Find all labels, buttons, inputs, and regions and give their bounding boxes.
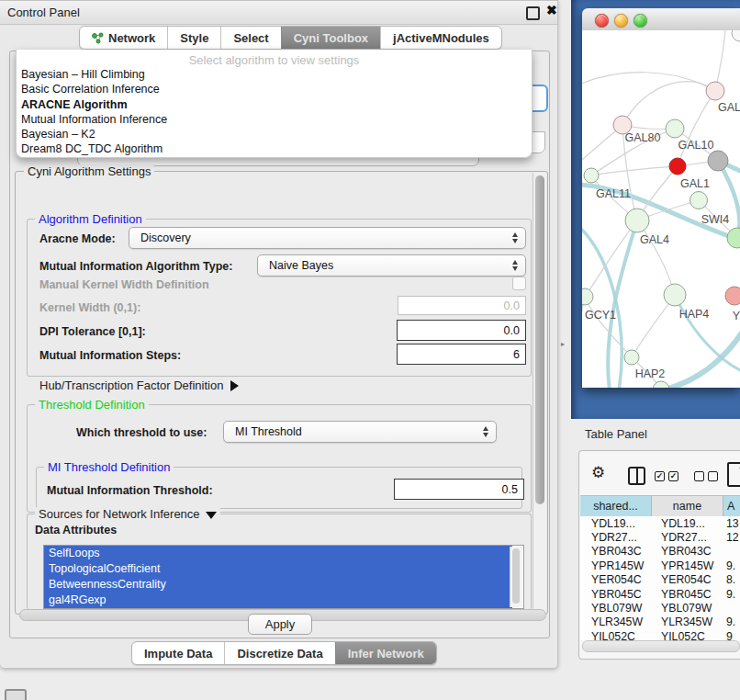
network-node[interactable]	[669, 158, 686, 175]
table-cell: YIL052C	[580, 630, 652, 640]
table-cell: 9	[723, 630, 740, 640]
bottom-tab-impute-data[interactable]: Impute Data	[132, 642, 224, 664]
algorithm-option[interactable]: Bayesian – K2	[17, 127, 532, 141]
table-cell: YLR345W	[652, 615, 723, 628]
unchecked-checkbox-icon[interactable]	[694, 471, 704, 481]
network-node-gal1[interactable]	[690, 192, 708, 209]
tab-label: Select	[233, 31, 268, 45]
table-row[interactable]: YER054CYER054C8.	[580, 573, 740, 587]
table-cell: YDR27...	[652, 531, 723, 544]
table-cell: 9.	[723, 559, 740, 572]
tab-label: Style	[180, 31, 208, 45]
network-node-gal4[interactable]	[625, 209, 649, 232]
data-attribute-item[interactable]: TopologicalCoefficient	[44, 561, 512, 577]
tab-label: Infer Network	[348, 647, 424, 660]
unchecked-checkbox-icon[interactable]	[708, 471, 718, 481]
mi-algorithm-type-combobox[interactable]: Naive Bayes	[257, 254, 526, 277]
algorithm-definition-title: Algorithm Definition	[35, 212, 146, 226]
bottom-tab-infer-network[interactable]: Infer Network	[335, 642, 436, 664]
table-row[interactable]: YIL052CYIL052C9	[580, 629, 740, 640]
table-row[interactable]: YDR27...YDR27...12	[580, 530, 740, 544]
minimize-window-icon[interactable]	[614, 14, 628, 28]
close-panel-icon[interactable]: ✖	[546, 3, 557, 17]
tab-label: jActiveMNodules	[393, 31, 489, 45]
network-node-gal11[interactable]	[584, 168, 599, 183]
algorithm-option[interactable]: Bayesian – Hill Climbing	[17, 67, 532, 82]
network-canvas[interactable]: GALGAL80GAL10GAL11GAL1GAL4SWI4GCY1HAP4YH…	[582, 30, 740, 388]
tab-cyni-toolbox[interactable]: Cyni Toolbox	[281, 27, 380, 49]
settings-vertical-scrollbar[interactable]	[533, 173, 546, 612]
table-row[interactable]: YLR345WYLR345W9.	[580, 615, 740, 629]
which-threshold-combobox[interactable]: MI Threshold	[223, 421, 497, 443]
checked-checkbox-icon[interactable]: ✓	[655, 471, 665, 481]
network-window-titlebar[interactable]	[582, 8, 740, 31]
aracne-mode-label: Aracne Mode:	[39, 232, 116, 245]
table-horizontal-scrollbar[interactable]	[582, 640, 740, 652]
attributes-list-scrollbar[interactable]	[510, 547, 522, 607]
network-node-hap2[interactable]	[624, 350, 639, 365]
tab-select[interactable]: Select	[220, 27, 280, 49]
table-panel-window: ⚙ ✓ ✓ shared... name A YDL19...YDL19...1…	[578, 450, 740, 660]
stepper-arrows-icon	[512, 232, 518, 243]
network-node-gal10[interactable]	[666, 119, 684, 138]
table-body: YDL19...YDL19...13YDR27...YDR27...12YBR0…	[580, 516, 740, 640]
hub-factor-section-toggle[interactable]: Hub/Transcription Factor Definition	[39, 378, 239, 392]
network-node-label: SWI4	[701, 213, 730, 226]
table-cell: YER054C	[580, 573, 652, 586]
split-columns-icon[interactable]	[628, 467, 645, 485]
table-row[interactable]: YBR045CYBR045C9.	[580, 587, 740, 601]
network-node-gal[interactable]	[706, 82, 724, 100]
tab-jactivemnodules[interactable]: jActiveMNodules	[380, 27, 501, 49]
settings-scrollbar-thumb[interactable]	[535, 175, 544, 504]
table-row[interactable]: YDL19...YDL19...13	[580, 516, 740, 530]
data-attribute-item[interactable]: gal4RGexp	[44, 593, 512, 608]
manual-kernel-width-checkbox[interactable]	[512, 277, 526, 290]
tab-style[interactable]: Style	[167, 27, 220, 49]
table-row[interactable]: YBL079WYBL079W	[580, 601, 740, 615]
close-window-icon[interactable]	[595, 14, 609, 28]
checked-checkbox-icon[interactable]: ✓	[668, 471, 678, 481]
table-row[interactable]: YBR043CYBR043C	[580, 545, 740, 559]
bottom-tab-discretize-data[interactable]: Discretize Data	[224, 642, 334, 664]
table-cell: YDL19...	[652, 517, 723, 530]
network-node-y[interactable]	[725, 287, 740, 305]
mi-threshold-label: Mutual Information Threshold:	[47, 484, 213, 497]
algorithm-option[interactable]: ARACNE Algorithm	[17, 97, 532, 112]
mi-steps-input[interactable]	[397, 344, 526, 365]
network-node-label: GAL1	[680, 177, 710, 190]
mi-threshold-input[interactable]	[394, 479, 524, 500]
table-row[interactable]: YPR145WYPR145W9.	[580, 559, 740, 572]
corner-widget-icon[interactable]	[5, 689, 27, 700]
column-header-shared-name[interactable]: shared...	[580, 496, 652, 516]
document-icon[interactable]	[727, 462, 740, 487]
float-window-icon[interactable]	[526, 6, 540, 20]
network-node[interactable]	[708, 151, 728, 171]
algorithm-option[interactable]: Dream8 DC_TDC Algorithm	[17, 141, 532, 156]
apply-button[interactable]: Apply	[248, 614, 312, 635]
dpi-tolerance-input[interactable]	[397, 320, 526, 341]
table-cell: YPR145W	[580, 559, 652, 572]
network-node-label: HAP4	[679, 308, 710, 321]
kernel-width-input[interactable]	[398, 296, 526, 315]
data-attribute-item[interactable]: SelfLoops	[44, 546, 512, 561]
control-panel-tabs: NetworkStyleSelectCyni ToolboxjActiveMNo…	[79, 26, 502, 50]
zoom-window-icon[interactable]	[633, 14, 647, 28]
tab-network[interactable]: Network	[80, 27, 167, 49]
sources-section-toggle[interactable]: Sources for Network Inference	[35, 507, 220, 521]
table-cell: YBL079W	[652, 602, 723, 615]
panel-splitter-handle[interactable]: ▸	[561, 340, 566, 348]
network-node[interactable]	[653, 381, 669, 388]
column-header-name[interactable]: name	[652, 496, 723, 516]
threshold-definition-title: Threshold Definition	[35, 398, 149, 412]
settings-group-title: Cyni Algorithm Settings	[24, 164, 154, 178]
data-attribute-item[interactable]: BetweennessCentrality	[44, 577, 512, 593]
network-node-gcy1[interactable]	[582, 288, 593, 305]
aracne-mode-combobox[interactable]: Discovery	[129, 227, 526, 249]
gear-icon[interactable]: ⚙	[591, 465, 605, 480]
algorithm-option[interactable]: Basic Correlation Inference	[17, 82, 532, 96]
network-node[interactable]	[732, 30, 740, 41]
algorithm-option[interactable]: Mutual Information Inference	[17, 112, 532, 127]
column-header-clipped[interactable]: A	[723, 496, 740, 516]
network-node-hap4[interactable]	[664, 284, 686, 306]
network-node-label: GAL4	[640, 233, 669, 246]
